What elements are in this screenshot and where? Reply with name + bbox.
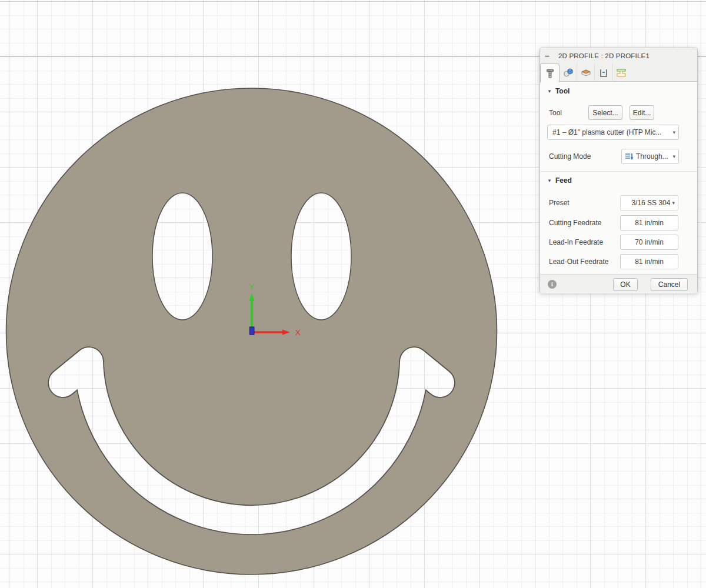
lead-out-feedrate-input[interactable] — [620, 254, 678, 269]
tab-heights[interactable] — [577, 64, 595, 82]
cutting-mode-value: Through... — [634, 152, 671, 161]
heights-icon — [580, 67, 592, 79]
minimize-button[interactable]: – — [545, 53, 553, 59]
tool-section-header[interactable]: ▼ Tool — [547, 87, 570, 95]
tool-icon — [544, 68, 556, 79]
linking-icon — [615, 67, 627, 79]
z-axis-origin-marker — [250, 327, 255, 335]
cutting-mode-icon — [625, 152, 634, 161]
collapse-arrow-icon: ▼ — [547, 178, 552, 183]
ok-button[interactable]: OK — [613, 278, 638, 291]
cam-canvas[interactable]: Y X – 2D PROFILE : 2D PROFILE1 — [0, 0, 706, 588]
x-axis-label: X — [295, 328, 301, 337]
dialog-tab-strip — [540, 64, 697, 82]
geometry-icon — [562, 67, 574, 79]
cutting-feedrate-row: Cutting Feedrate — [540, 215, 697, 230]
tool-dropdown[interactable]: #1 – Ø1" plasma cutter (HTP Mic... ▾ — [547, 125, 679, 140]
tab-passes[interactable] — [595, 64, 612, 82]
lead-in-feedrate-input[interactable] — [620, 235, 678, 250]
tab-tool[interactable] — [540, 64, 560, 82]
feed-section-header[interactable]: ▼ Feed — [547, 176, 572, 185]
preset-row: Preset 3/16 SS 304 ▾ — [540, 195, 697, 211]
cutting-mode-label: Cutting Mode — [549, 152, 591, 161]
cutting-feedrate-label: Cutting Feedrate — [549, 219, 601, 227]
cancel-button[interactable]: Cancel — [651, 278, 688, 291]
dialog-footer: i OK Cancel — [540, 274, 697, 293]
y-axis-label: Y — [249, 282, 254, 291]
cutting-feedrate-input[interactable] — [620, 215, 678, 230]
lead-out-feedrate-label: Lead-Out Feedrate — [549, 258, 608, 266]
collapse-arrow-icon: ▼ — [547, 89, 552, 94]
passes-icon — [598, 67, 610, 79]
chevron-down-icon: ▾ — [670, 200, 678, 206]
chevron-down-icon: ▾ — [671, 129, 678, 135]
tool-dropdown-value: #1 – Ø1" plasma cutter (HTP Mic... — [548, 128, 671, 136]
chevron-down-icon: ▾ — [671, 153, 678, 159]
preset-value: 3/16 SS 304 — [621, 199, 670, 207]
lead-out-feedrate-row: Lead-Out Feedrate — [540, 254, 697, 269]
dialog-header[interactable]: – 2D PROFILE : 2D PROFILE1 — [540, 48, 697, 64]
dialog-title: 2D PROFILE : 2D PROFILE1 — [558, 52, 650, 59]
tool-edit-button[interactable]: Edit... — [630, 105, 654, 120]
tab-geometry[interactable] — [560, 64, 577, 82]
cutting-mode-row: Cutting Mode Through... ▾ — [540, 149, 697, 164]
tab-linking[interactable] — [612, 64, 630, 82]
info-icon[interactable]: i — [548, 280, 557, 289]
tool-select-button[interactable]: Select... — [588, 105, 622, 120]
section-divider — [540, 171, 697, 172]
tool-row: Tool Select... Edit... — [540, 105, 697, 121]
tool-label: Tool — [549, 109, 562, 117]
lead-in-feedrate-label: Lead-In Feedrate — [549, 238, 603, 246]
preset-dropdown[interactable]: 3/16 SS 304 ▾ — [620, 195, 678, 211]
preset-label: Preset — [549, 199, 570, 207]
cutting-mode-dropdown[interactable]: Through... ▾ — [621, 149, 679, 164]
2d-profile-dialog: – 2D PROFILE : 2D PROFILE1 — [540, 48, 698, 293]
lead-in-feedrate-row: Lead-In Feedrate — [540, 235, 697, 250]
